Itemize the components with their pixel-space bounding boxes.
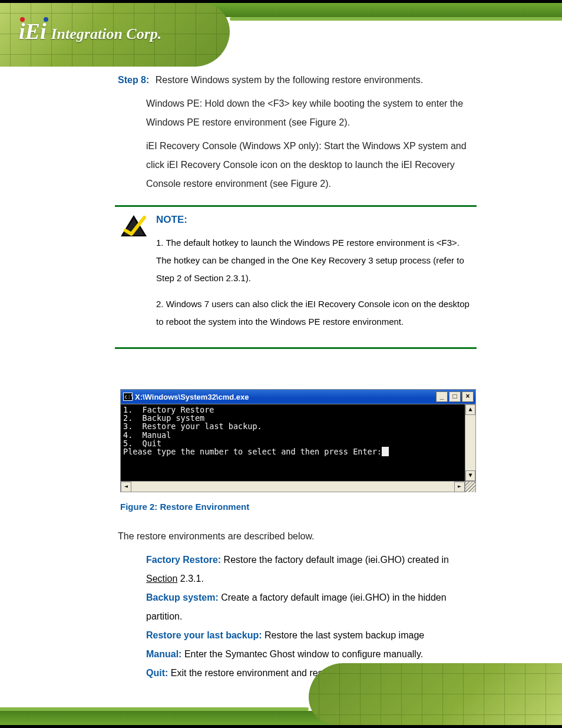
logo: iEi Integration Corp. (19, 18, 161, 44)
cmd-line-6: Please type the number to select and the… (123, 447, 382, 456)
cmd-output[interactable]: 1. Factory Restore 2. Backup system 3. R… (121, 404, 465, 481)
option-4-text: Enter the Symantec Ghost window to confi… (181, 649, 423, 659)
step8-text: Restore Windows system by the following … (156, 75, 423, 85)
minimize-button[interactable]: _ (436, 391, 448, 402)
scroll-up-button[interactable]: ▲ (465, 404, 475, 415)
option-1-label: Factory Restore: (146, 555, 221, 565)
step8a: Windows PE: Hold down the <F3> key while… (146, 94, 477, 132)
resize-grip[interactable] (465, 482, 475, 492)
step8: Step 8: Restore Windows system by the fo… (118, 71, 477, 90)
cmd-window: c:\ X:\Windows\System32\cmd.exe _ □ × 1.… (120, 389, 476, 492)
scroll-track[interactable] (465, 415, 475, 470)
option-4: Manual: Enter the Symantec Ghost window … (146, 645, 477, 664)
cmd-title: X:\Windows\System32\cmd.exe (135, 393, 434, 401)
logo-mark-text: iEi (19, 19, 46, 44)
maximize-button[interactable]: □ (449, 391, 461, 402)
option-2-label: Backup system: (146, 592, 219, 602)
note-icon (120, 214, 148, 238)
figure-caption: Figure 2: Restore Environment (120, 502, 562, 512)
option-3-text: Restore the last system backup image (262, 630, 425, 640)
logo-dot-blue (44, 17, 48, 22)
header-banner: iEi Integration Corp. (0, 0, 562, 67)
close-button[interactable]: × (462, 391, 474, 402)
option-2: Backup system: Create a factory default … (146, 588, 477, 626)
section-link[interactable]: Section (146, 574, 177, 584)
bottom-black-bar (0, 725, 562, 728)
step8-label: Step 8: (118, 75, 149, 85)
options-intro: The restore environments are described b… (118, 527, 477, 546)
option-1: Factory Restore: Restore the factory def… (146, 551, 477, 588)
note-p1: 1. The default hotkey to launch the Wind… (156, 234, 477, 287)
cmd-window-buttons: _ □ × (436, 391, 474, 402)
top-green-accent (230, 17, 562, 21)
scroll-right-button[interactable]: ► (454, 482, 465, 492)
scroll-left-button[interactable]: ◄ (121, 482, 131, 492)
step8b: iEI Recovery Console (Windows XP only): … (146, 137, 477, 193)
option-3-label: Restore your last backup: (146, 630, 262, 640)
cmd-cursor: _ (382, 447, 389, 456)
scroll-down-button[interactable]: ▼ (465, 470, 475, 481)
footer-graphic (309, 663, 562, 725)
note-p2: 2. Windows 7 users can also click the iE… (156, 295, 477, 331)
page-content: Step 8: Restore Windows system by the fo… (0, 71, 562, 683)
cmd-titlebar[interactable]: c:\ X:\Windows\System32\cmd.exe _ □ × (121, 390, 475, 404)
header-graphic: iEi Integration Corp. (0, 3, 230, 67)
logo-text: Integration Corp. (51, 25, 161, 43)
option-4-label: Manual: (146, 649, 181, 659)
note-block: NOTE: 1. The default hotkey to launch th… (115, 205, 477, 349)
logo-mark: iEi (19, 18, 46, 44)
step8-block: Step 8: Restore Windows system by the fo… (118, 71, 477, 193)
cmd-vscrollbar[interactable]: ▲ ▼ (465, 404, 475, 481)
cmd-hscrollbar[interactable]: ◄ ► (121, 481, 475, 492)
hscroll-track[interactable] (131, 482, 454, 492)
note-title: NOTE: (156, 214, 477, 226)
option-3: Restore your last backup: Restore the la… (146, 626, 477, 645)
footer-circuit-pattern (309, 663, 562, 725)
cmd-sysmenu-icon[interactable]: c:\ (123, 393, 133, 401)
logo-dot-red (20, 17, 25, 22)
footer-banner (0, 663, 562, 728)
